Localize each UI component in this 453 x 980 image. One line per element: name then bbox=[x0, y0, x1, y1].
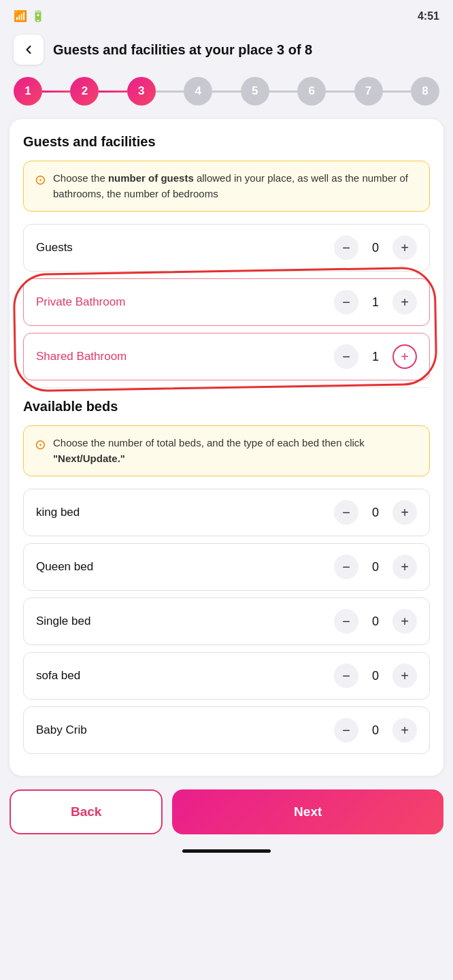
beds-info-box: ⊙ Choose the number of total beds, and t… bbox=[23, 425, 430, 476]
guests-decrement-button[interactable]: − bbox=[334, 235, 358, 260]
connector-4-5 bbox=[212, 91, 240, 93]
king-bed-value: 0 bbox=[369, 506, 382, 520]
status-time: 4:51 bbox=[418, 10, 439, 22]
sofa-bed-controls: − 0 + bbox=[334, 664, 417, 688]
king-bed-controls: − 0 + bbox=[334, 500, 417, 525]
step-3: 3 bbox=[127, 77, 156, 105]
back-button[interactable]: Back bbox=[10, 789, 163, 834]
status-bar: 📶 🔋 4:51 bbox=[0, 0, 453, 28]
step-6: 6 bbox=[297, 77, 326, 105]
section-divider bbox=[23, 387, 430, 388]
single-bed-value: 0 bbox=[369, 615, 382, 629]
guests-info-text: Choose the number of guests allowed in y… bbox=[53, 171, 418, 201]
guests-controls: − 0 + bbox=[334, 235, 417, 260]
connector-7-8 bbox=[383, 91, 411, 93]
connector-6-7 bbox=[326, 91, 354, 93]
step-2: 2 bbox=[70, 77, 99, 105]
home-indicator bbox=[182, 849, 271, 853]
single-bed-label: Single bed bbox=[36, 615, 90, 628]
next-button[interactable]: Next bbox=[172, 789, 443, 834]
bottom-buttons: Back Next bbox=[10, 789, 443, 834]
private-bathroom-label: Private Bathroom bbox=[36, 295, 125, 309]
connector-5-6 bbox=[269, 91, 297, 93]
connector-2-3 bbox=[99, 91, 127, 93]
sofa-bed-value: 0 bbox=[369, 669, 382, 683]
back-navigation-button[interactable] bbox=[14, 35, 44, 65]
guests-value: 0 bbox=[369, 241, 382, 255]
king-bed-increment-button[interactable]: + bbox=[392, 500, 417, 525]
private-bathroom-row: Private Bathroom − 1 + bbox=[23, 278, 430, 326]
queen-bed-label: Queen bed bbox=[36, 560, 93, 574]
main-card: Guests and facilities ⊙ Choose the numbe… bbox=[10, 119, 443, 776]
guests-row: Guests − 0 + bbox=[23, 224, 430, 272]
queen-bed-increment-button[interactable]: + bbox=[392, 555, 417, 579]
info-icon: ⊙ bbox=[35, 172, 46, 201]
beds-info-icon: ⊙ bbox=[35, 436, 46, 466]
beds-section-title: Available beds bbox=[23, 399, 430, 414]
private-bathroom-decrement-button[interactable]: − bbox=[334, 290, 358, 314]
private-bathroom-value: 1 bbox=[369, 295, 382, 310]
step-5: 5 bbox=[241, 77, 269, 105]
queen-bed-row: Queen bed − 0 + bbox=[23, 543, 430, 591]
step-8: 8 bbox=[411, 77, 439, 105]
single-bed-controls: − 0 + bbox=[334, 609, 417, 634]
baby-crib-decrement-button[interactable]: − bbox=[334, 718, 358, 742]
baby-crib-label: Baby Crib bbox=[36, 723, 87, 737]
connector-3-4 bbox=[156, 91, 184, 93]
step-7: 7 bbox=[354, 77, 383, 105]
sofa-bed-decrement-button[interactable]: − bbox=[334, 664, 358, 688]
step-1: 1 bbox=[14, 77, 42, 105]
baby-crib-controls: − 0 + bbox=[334, 718, 417, 742]
guests-increment-button[interactable]: + bbox=[392, 235, 417, 260]
sofa-bed-increment-button[interactable]: + bbox=[392, 664, 417, 688]
page-title: Guests and facilities at your place 3 of… bbox=[53, 41, 312, 59]
queen-bed-decrement-button[interactable]: − bbox=[334, 555, 358, 579]
shared-bathroom-controls: − 1 + bbox=[334, 344, 417, 369]
status-left: 📶 🔋 bbox=[14, 10, 45, 22]
guests-info-box: ⊙ Choose the number of guests allowed in… bbox=[23, 161, 430, 212]
single-bed-increment-button[interactable]: + bbox=[392, 609, 417, 634]
sofa-bed-row: sofa bed − 0 + bbox=[23, 652, 430, 700]
shared-bathroom-label: Shared Bathroom bbox=[36, 350, 127, 363]
sofa-bed-label: sofa bed bbox=[36, 669, 80, 683]
shared-bathroom-decrement-button[interactable]: − bbox=[334, 344, 358, 369]
king-bed-decrement-button[interactable]: − bbox=[334, 500, 358, 525]
queen-bed-value: 0 bbox=[369, 560, 382, 574]
queen-bed-controls: − 0 + bbox=[334, 555, 417, 579]
bathroom-annotation-wrapper: Private Bathroom − 1 + Shared Bathroom −… bbox=[23, 278, 430, 380]
baby-crib-value: 0 bbox=[369, 723, 382, 738]
connector-1-2 bbox=[42, 91, 70, 93]
progress-steps: 1 2 3 4 5 6 7 8 bbox=[0, 74, 453, 119]
beds-info-text: Choose the number of total beds, and the… bbox=[53, 436, 418, 466]
header: Guests and facilities at your place 3 of… bbox=[0, 28, 453, 74]
battery-icon: 🔋 bbox=[31, 10, 45, 22]
shared-bathroom-value: 1 bbox=[369, 350, 382, 364]
king-bed-row: king bed − 0 + bbox=[23, 489, 430, 536]
single-bed-row: Single bed − 0 + bbox=[23, 598, 430, 645]
guests-label: Guests bbox=[36, 241, 73, 255]
private-bathroom-increment-button[interactable]: + bbox=[392, 290, 417, 314]
shared-bathroom-increment-button[interactable]: + bbox=[392, 344, 417, 369]
shared-bathroom-row: Shared Bathroom − 1 + bbox=[23, 333, 430, 380]
king-bed-label: king bed bbox=[36, 506, 80, 519]
baby-crib-row: Baby Crib − 0 + bbox=[23, 706, 430, 754]
wifi-icon: 📶 bbox=[14, 10, 27, 22]
private-bathroom-controls: − 1 + bbox=[334, 290, 417, 314]
baby-crib-increment-button[interactable]: + bbox=[392, 718, 417, 742]
step-4: 4 bbox=[184, 77, 212, 105]
single-bed-decrement-button[interactable]: − bbox=[334, 609, 358, 634]
guests-section-title: Guests and facilities bbox=[23, 134, 430, 150]
